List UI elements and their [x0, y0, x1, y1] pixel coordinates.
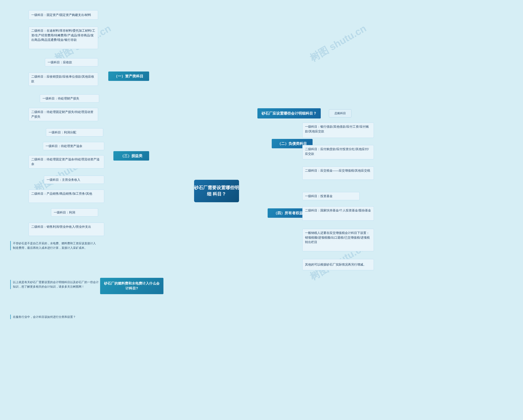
asset-leaf-6: 二级科目：待处理固定财产损失/待处理流动资产损失: [29, 108, 98, 121]
equity-leaf-2: 二级科目：国家扶持基金/个人投资基金/股份基金: [302, 206, 374, 221]
bottom-note-3: 在服务行业中，会计科目该如何进行分类和设置？: [10, 315, 88, 319]
watermark-2: 树图 shutu.cn: [307, 22, 369, 65]
liability-leaf-3: 二级科目：应交税金——应交增值税/其他应交税: [302, 167, 374, 180]
asset-leaf-1: 一级科目：固定资产/固定资产购建支出/材料: [29, 10, 98, 20]
central-node: 砂石厂需要设置哪些明细 科目？: [194, 180, 239, 202]
loss-branch: （三）损益类: [113, 151, 149, 161]
bottom-box: 砂石厂的燃料费和水电费计入什么会计科目?: [100, 278, 163, 294]
central-label: 砂石厂需要设置哪些明细 科目？: [194, 185, 239, 197]
loss-leaf-6: 一级科目：利润: [51, 208, 98, 217]
general-ledger-box: 总账科目: [329, 109, 351, 117]
loss-leaf-5: 二级科目：产品销售/商品销售/加工劳务/其他: [29, 190, 104, 203]
asset-branch: （一）资产类科目: [108, 72, 149, 81]
equity-leaf-3: 一般纳税人还要在应交增值税会计科目下设置：销项税额/进项税额/出口退税/已交增值…: [302, 229, 374, 251]
loss-leaf-3: 二级科目：待处理固定资产溢余/待处理流动资产溢余: [29, 155, 104, 169]
right-top-box: 砂石厂应设置哪些会计明细科目？: [257, 108, 321, 119]
bottom-note-2: 以上就是有关砂石厂需要设置的会计明细科目以及砂石厂的一些会计知识，想了解更多相关…: [10, 280, 100, 289]
loss-leaf-1: 一级科目：利润分配: [46, 128, 103, 137]
asset-leaf-5: 一级科目：待处理财产损失: [40, 94, 99, 103]
asset-leaf-3: 一级科目：应收款: [45, 58, 98, 66]
equity-leaf-1: 一级科目：投资基金: [302, 192, 360, 200]
loss-leaf-2: 一级科目：待处理资产溢余: [43, 142, 104, 150]
loss-leaf-4: 一级科目：主营业务收入: [44, 176, 104, 184]
liability-leaf-1: 一级科目：银行借款/其他借款/应付工资/应付账款/其他应交款: [302, 122, 374, 138]
mind-map: 树图 shutu.cn 树图 shutu.cn 树图 shutu.cn 树图 s…: [0, 0, 523, 420]
liability-leaf-2: 二级科目：应付购货款/应付投资分红/其他应付/应交款: [302, 145, 374, 159]
equity-leaf-4: 其他的可以根据砂石厂实际情况再另行增减。: [302, 259, 374, 270]
bottom-note-1: 不管砂石是不是自己开采的，水电费、燃料费和工资应该直接计入制造费用，最后再转入成…: [10, 241, 96, 250]
asset-leaf-2: 二级科目：在途材料/库存材料/委托加工材料/工资/生产经营费用/待摊费用/产成品…: [29, 27, 98, 49]
loss-leaf-7: 二级科目：销售利润/营业外收入/营业外支出: [29, 223, 104, 236]
asset-leaf-4: 二级科目：应收销货款/应收单位借款/其他应收款: [29, 73, 98, 86]
